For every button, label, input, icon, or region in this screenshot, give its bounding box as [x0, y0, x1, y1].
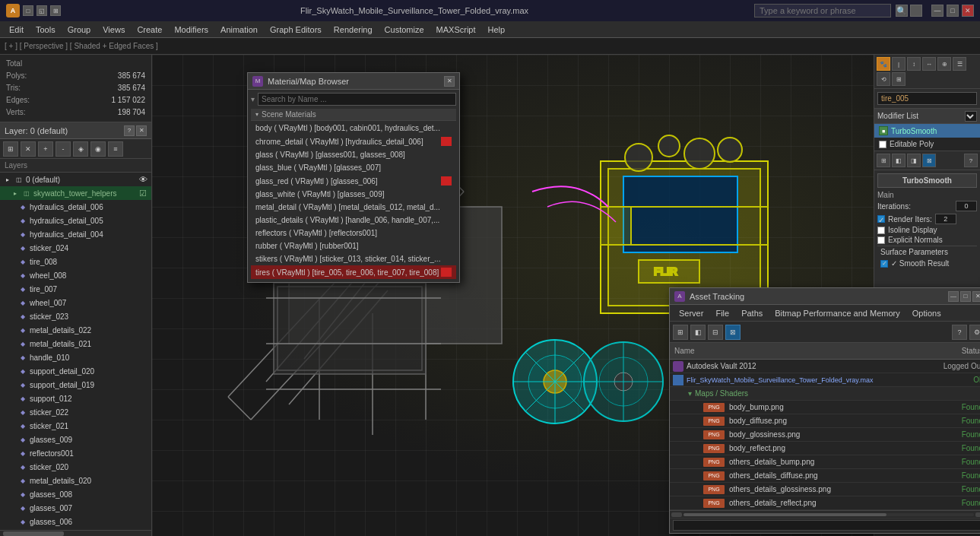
layer-item[interactable]: ◆ metal_details_022: [0, 323, 151, 337]
search-input[interactable]: [754, 4, 891, 17]
asset-tool-3[interactable]: ⊟: [708, 325, 723, 340]
asset-menu-paths[interactable]: Paths: [735, 307, 769, 319]
right-tool-8[interactable]: ⊞: [892, 72, 905, 86]
right-tool-4[interactable]: ↔: [922, 57, 936, 71]
menu-graph-editors[interactable]: Graph Editors: [264, 24, 328, 36]
toolbar-icon-3[interactable]: ⊞: [50, 5, 61, 16]
layer-item[interactable]: ◆ hydraulics_detail_006: [0, 200, 151, 214]
modifier-checkbox[interactable]: [879, 141, 886, 148]
mat-item-plastic[interactable]: plastic_details ( VRayMtl ) [handle_006,…: [251, 214, 456, 227]
mat-item-body[interactable]: body ( VRayMtl ) [body001, cabin001, hyd…: [251, 122, 456, 135]
mod-tool-help[interactable]: ?: [964, 154, 978, 167]
layers-scrollbar-area[interactable]: [0, 530, 151, 536]
menu-modifiers[interactable]: Modifiers: [168, 24, 214, 36]
layer-visibility-icon[interactable]: ☑: [138, 188, 148, 198]
layers-help-button[interactable]: ?: [124, 125, 135, 136]
material-browser-close-button[interactable]: ✕: [444, 76, 455, 87]
asset-menu-bitmap[interactable]: Bitmap Performance and Memory: [769, 307, 905, 319]
toolbar-icon-2[interactable]: ◱: [36, 5, 47, 16]
layer-item-highlighted[interactable]: ▸ ◫ skywatch_tower_helpers ☑: [0, 186, 151, 200]
smooth-result-checkbox[interactable]: ✓: [880, 260, 888, 268]
right-tool-2[interactable]: |: [892, 57, 905, 71]
layer-item[interactable]: ◆ metal_details_021: [0, 337, 151, 350]
menu-animation[interactable]: Animation: [214, 24, 264, 36]
scroll-right-btn[interactable]: [975, 512, 980, 517]
object-name-input[interactable]: [877, 92, 977, 105]
mat-item-glass-red[interactable]: glass_red ( VRayMtl ) [glasses_006]: [251, 174, 456, 188]
mat-item-glass-white[interactable]: glass_white ( VRayMtl ) [glasses_009]: [251, 188, 456, 201]
asset-row-maxfile[interactable]: Flir_SkyWatch_Mobile_Surveillance_Tower_…: [670, 373, 980, 387]
modifier-editable-poly[interactable]: Editable Poly: [874, 138, 980, 151]
layer-item[interactable]: ◆ hydraulics_detail_005: [0, 214, 151, 227]
asset-tracking-titlebar[interactable]: A Asset Tracking — □ ✕: [670, 288, 980, 305]
right-tool-7[interactable]: ⟲: [877, 72, 890, 86]
scene-materials-header[interactable]: ▾ Scene Materials: [251, 109, 456, 121]
layer-item[interactable]: ◆ reflectors001: [0, 446, 151, 460]
search-option-icon[interactable]: [910, 5, 922, 17]
asset-menu-file[interactable]: File: [709, 307, 735, 319]
asset-tracking-max-button[interactable]: □: [960, 291, 971, 302]
asset-tool-4[interactable]: ⊠: [725, 325, 741, 340]
layers-tool-highlight[interactable]: ◉: [90, 141, 106, 157]
layer-item[interactable]: ◆ wheel_007: [0, 296, 151, 309]
layer-item[interactable]: ◆ tire_008: [0, 255, 151, 268]
asset-row-body-bump[interactable]: PNG body_bump.png Found: [670, 401, 980, 414]
mat-item-metal-detail[interactable]: metal_detail ( VRayMtl ) [metal_details_…: [251, 201, 456, 214]
layer-item[interactable]: ◆ glasses_007: [0, 501, 151, 515]
menu-create[interactable]: Create: [131, 24, 168, 36]
search-icon[interactable]: 🔍: [896, 5, 908, 17]
maximize-button[interactable]: □: [947, 5, 959, 17]
asset-row-body-glossiness[interactable]: PNG body_glossiness.png Found: [670, 428, 980, 442]
layer-item[interactable]: ◆ wheel_008: [0, 268, 151, 282]
layer-item[interactable]: ◆ glasses_009: [0, 433, 151, 446]
close-button[interactable]: ✕: [962, 5, 974, 17]
toolbar-icon-1[interactable]: □: [23, 5, 33, 16]
asset-tool-1[interactable]: ⊞: [673, 325, 688, 340]
asset-col-status-header[interactable]: Status: [927, 347, 980, 355]
asset-menu-options[interactable]: Options: [906, 307, 947, 319]
asset-tool-2[interactable]: ◧: [690, 325, 706, 340]
menu-edit[interactable]: Edit: [3, 24, 30, 36]
layers-tool-delete[interactable]: ✕: [21, 141, 36, 157]
layer-item[interactable]: ◆ sticker_020: [0, 460, 151, 474]
layer-item[interactable]: ◆ hydraulics_detail_004: [0, 227, 151, 241]
isoline-checkbox[interactable]: [877, 227, 885, 234]
layers-list[interactable]: ▸ ◫ 0 (default) 👁 ▸ ◫ skywatch_tower_hel…: [0, 173, 151, 530]
asset-tracking-min-button[interactable]: —: [948, 291, 959, 302]
layer-item[interactable]: ◆ handle_010: [0, 350, 151, 364]
layer-item[interactable]: ◆ glasses_008: [0, 487, 151, 501]
asset-row-others-reflect[interactable]: PNG others_details_reflect.png Found: [670, 496, 980, 510]
layer-item[interactable]: ◆ sticker_022: [0, 405, 151, 419]
right-tool-6[interactable]: ☰: [953, 57, 966, 71]
modifier-turbosmoooth[interactable]: ■ TurboSmooth: [874, 124, 980, 138]
asset-row-maps[interactable]: ▾ Maps / Shaders: [670, 387, 980, 401]
mat-item-stikers[interactable]: stikers ( VRayMtl ) [sticker_013, sticke…: [251, 252, 456, 265]
menu-customize[interactable]: Customize: [379, 24, 430, 36]
menu-help[interactable]: Help: [482, 24, 512, 36]
layer-item[interactable]: ◆ support_detail_019: [0, 378, 151, 392]
mod-tool-2[interactable]: ◧: [892, 154, 905, 167]
asset-menu-server[interactable]: Server: [673, 307, 709, 319]
layers-tool-new[interactable]: ⊞: [3, 141, 18, 157]
mat-item-glass-blue[interactable]: glass_blue ( VRayMtl ) [glasses_007]: [251, 161, 456, 174]
asset-path-input[interactable]: [673, 520, 980, 531]
asset-row-body-reflect[interactable]: PNG body_reflect.png Found: [670, 442, 980, 455]
select-object-tool[interactable]: 🐾: [877, 57, 890, 71]
layer-item[interactable]: ◆ metal_details_020: [0, 474, 151, 487]
iterations-input[interactable]: [956, 201, 977, 211]
layers-scrollbar[interactable]: [3, 531, 64, 536]
menu-maxscript[interactable]: MAXScript: [430, 24, 482, 36]
layer-item[interactable]: ◆ sticker_021: [0, 419, 151, 433]
mat-item-chrome[interactable]: chrome_detail ( VRayMtl ) [hydraulics_de…: [251, 135, 456, 148]
minimize-button[interactable]: —: [931, 5, 944, 17]
asset-row-body-diffuse[interactable]: PNG body_diffuse.png Found: [670, 414, 980, 428]
layer-item[interactable]: ▸ ◫ 0 (default) 👁: [0, 173, 151, 186]
explicit-normals-checkbox[interactable]: [877, 236, 885, 244]
layer-item[interactable]: ◆ support_detail_020: [0, 364, 151, 378]
asset-tool-options[interactable]: ⚙: [969, 325, 980, 340]
asset-scrollbar-area[interactable]: [670, 510, 980, 518]
asset-row-vault[interactable]: Autodesk Vault 2012 Logged Out: [670, 360, 980, 373]
layers-close-button[interactable]: ✕: [136, 125, 147, 136]
right-tool-3[interactable]: ↕: [907, 57, 921, 71]
scroll-thumb[interactable]: [683, 513, 886, 516]
